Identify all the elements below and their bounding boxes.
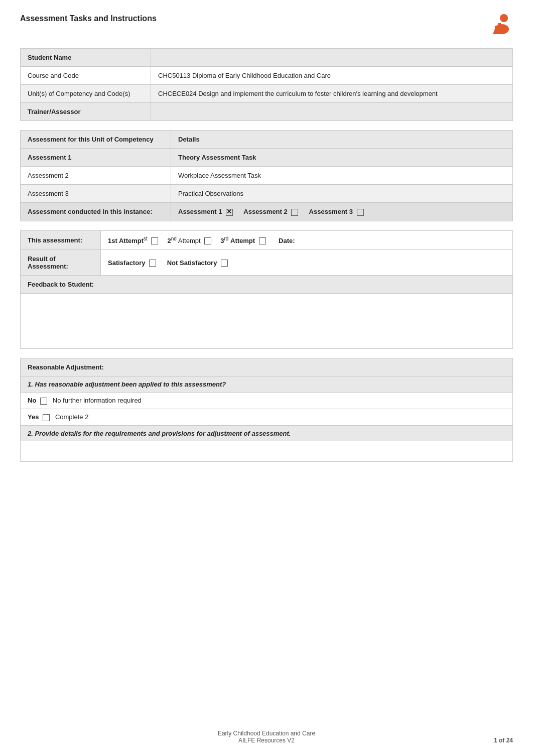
result-cells: Satisfactory Not Satisfactory [101,250,513,276]
yes-checkbox[interactable] [43,414,50,421]
course-code-row: Course and Code CHC50113 Diploma of Earl… [21,67,513,85]
student-name-value [151,49,513,67]
assessment2-check-label: Assessment 2 [243,208,287,215]
satisfactory-checkbox[interactable] [149,260,156,267]
svg-point-0 [500,14,508,22]
assessment2-label: Assessment 2 [21,167,171,185]
attempt3-checkbox[interactable] [259,237,266,244]
footer-page-number: 1 of 24 [494,737,513,744]
footer-text: Early Childhood Education and CareAILFE … [218,730,315,744]
no-row: No No further information required [21,393,512,409]
feedback-label: Feedback to Student: [21,276,513,294]
yes-label: Yes [28,413,39,421]
conducted-value: Assessment 1 Assessment 2 Assessment 3 [171,203,513,221]
no-label: No [28,397,36,404]
unit-competency-value: CHCECE024 Design and implement the curri… [151,85,513,103]
unit-competency-row: Unit(s) of Competency and Code(s) CHCECE… [21,85,513,103]
unit-table-header: Assessment for this Unit of Competency D… [21,131,513,149]
attempt1-label: 1st Attempt [108,237,144,244]
attempt-table: This assessment: 1st Attemptst 2nd Attem… [20,230,513,349]
assessment2-value: Workplace Assessment Task [171,167,513,185]
assessment3-row: Assessment 3 Practical Observations [21,185,513,203]
result-row: Result of Assessment: Satisfactory Not S… [21,250,513,276]
attempt2-text: Attempt [178,237,201,244]
logo-icon [486,12,513,39]
assessment1-label: Assessment 1 [21,149,171,167]
assessment3-checkbox[interactable] [357,209,364,216]
attempt2-label: 2 [168,237,171,244]
assessment1-value: Theory Assessment Task [171,149,513,167]
unit-table-col1-header: Assessment for this Unit of Competency [21,131,171,149]
attempt1-checkbox[interactable] [151,237,158,244]
no-checkbox[interactable] [40,398,47,405]
unit-table-col2-header: Details [171,131,513,149]
info-table: Student Name Course and Code CHC50113 Di… [20,48,513,121]
feedback-content-row [21,294,513,349]
yes-row: Yes Complete 2 [21,409,512,426]
assessment1-checkbox[interactable] [226,209,233,216]
assessment3-label: Assessment 3 [21,185,171,203]
course-code-value: CHC50113 Diploma of Early Childhood Educ… [151,67,513,85]
course-code-label: Course and Code [21,67,151,85]
result-label: Result of Assessment: [21,250,101,276]
question2-row: 2. Provide details for the requirements … [21,426,512,441]
not-satisfactory-checkbox[interactable] [221,260,228,267]
reasonable-adjustment-section: Reasonable Adjustment: 1. Has reasonable… [20,358,513,461]
page-title: Assessment Tasks and Instructions [20,12,157,23]
reasonable-adjustment-header: Reasonable Adjustment: [21,358,512,376]
assessment1-row: Assessment 1 Theory Assessment Task [21,149,513,167]
question2-answer [21,441,512,461]
svg-rect-3 [498,23,501,31]
page-header: Assessment Tasks and Instructions [20,12,513,39]
student-name-row: Student Name [21,49,513,67]
assessment3-check-label: Assessment 3 [309,208,353,215]
conducted-row: Assessment conducted in this instance: A… [21,203,513,221]
feedback-row: Feedback to Student: [21,276,513,294]
yes-sub-text: Complete 2 [55,413,88,421]
assessment2-row: Assessment 2 Workplace Assessment Task [21,167,513,185]
not-satisfactory-label: Not Satisfactory [167,259,217,267]
attempt-row: This assessment: 1st Attemptst 2nd Attem… [21,230,513,250]
assessment2-checkbox[interactable] [291,209,298,216]
attempt3-suffix: Attempt [230,237,255,244]
unit-competency-label: Unit(s) of Competency and Code(s) [21,85,151,103]
satisfactory-label: Satisfactory [108,259,145,267]
date-label: Date: [279,237,295,244]
conducted-label: Assessment conducted in this instance: [21,203,171,221]
assessment1-check-label: Assessment 1 [178,208,222,215]
this-assessment-label: This assessment: [21,230,101,250]
trainer-row: Trainer/Assessor [21,103,513,121]
trainer-value [151,103,513,121]
student-name-label: Student Name [21,49,151,67]
assessment3-value: Practical Observations [171,185,513,203]
question1-row: 1. Has reasonable adjustment been applie… [21,376,512,393]
no-sub-text: No further information required [53,397,142,404]
trainer-label: Trainer/Assessor [21,103,151,121]
attempt2-checkbox[interactable] [204,237,211,244]
footer-center: Early Childhood Education and CareAILFE … [0,730,533,744]
feedback-content[interactable] [21,294,513,349]
unit-competency-table: Assessment for this Unit of Competency D… [20,130,513,221]
attempt-cells: 1st Attemptst 2nd Attempt 3rd Attempt Da… [101,230,513,250]
